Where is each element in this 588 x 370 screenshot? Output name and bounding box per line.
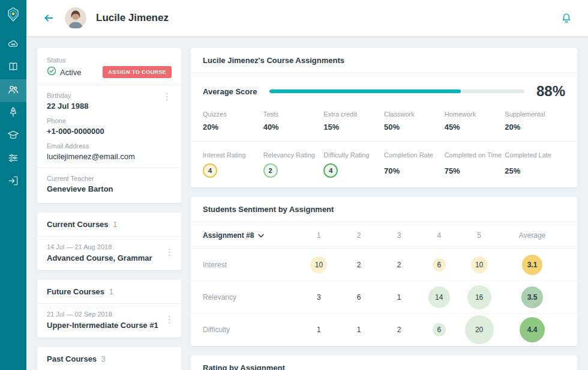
- value-bubble: 1: [352, 323, 365, 336]
- value-bubble: 10: [310, 256, 327, 273]
- field-email: Email Address lucilejimenez@email.com: [47, 142, 172, 161]
- column-header-2: 2: [339, 231, 379, 240]
- students-people-icon: [7, 83, 19, 98]
- course-list-item[interactable]: 14 Jul — 21 Aug 2018 Advanced Course, Gr…: [37, 237, 181, 270]
- assignment-dropdown-label: Assignment #8: [203, 231, 254, 240]
- sidebar-item-students[interactable]: [0, 79, 26, 102]
- current-courses-title: Current Courses: [47, 220, 109, 229]
- stat-relevancy-rating: Relevancy Rating 2: [263, 151, 324, 178]
- stat-value: 15%: [323, 123, 384, 132]
- course-name: Upper-Intermediate Course #1: [47, 321, 172, 330]
- average-score-value: 88%: [536, 83, 565, 100]
- current-courses-card: Current Courses 1 14 Jul — 21 Aug 2018 A…: [37, 213, 181, 270]
- sentiment-title: Students Sentiment by Assignment: [191, 197, 577, 222]
- sentiment-value-cell: 2: [379, 258, 419, 271]
- stat-tests: Tests 40%: [263, 111, 324, 132]
- future-courses-card: Future Courses 1 21 Jul — 02 Sep 2018 Up…: [37, 280, 181, 338]
- value-bubble: 10: [471, 256, 488, 273]
- sentiment-value-cell: 2: [379, 323, 419, 336]
- sentiment-value-cell: 3: [299, 291, 339, 304]
- course-list-item[interactable]: 21 Jul — 02 Sep 2018 Upper-Intermediate …: [37, 304, 181, 338]
- app-logo-icon[interactable]: [0, 0, 26, 29]
- profile-kebab-menu-icon[interactable]: ⋮: [159, 91, 175, 102]
- assignment-dropdown[interactable]: Assignment #8: [203, 231, 299, 240]
- value-bubble: 14: [428, 287, 450, 308]
- field-value: Genevieve Barton: [47, 184, 172, 193]
- stat-interest-rating: Interest Rating 4: [203, 151, 263, 178]
- stat-quizzes: Quizzes 20%: [203, 111, 263, 132]
- stat-value: 40%: [263, 123, 324, 132]
- sidebar-item-school[interactable]: [0, 125, 26, 148]
- stat-extra-credit: Extra credit 15%: [323, 111, 384, 132]
- value-bubble: 2: [352, 258, 365, 271]
- stat-value: 45%: [445, 123, 505, 132]
- average-score-label: Average Score: [203, 87, 257, 96]
- value-bubble: 6: [433, 258, 446, 271]
- course-kebab-menu-icon[interactable]: ⋮: [161, 246, 178, 258]
- sentiment-row-label: Interest: [203, 261, 299, 269]
- stat-homework: Homework 45%: [445, 111, 505, 132]
- value-bubble: 3.5: [521, 287, 543, 308]
- sentiment-row: Relevancy36114163.5: [191, 281, 577, 314]
- left-column: Status Active ASSIGN TO COURSE ⋮ Birthda…: [37, 48, 181, 370]
- stat-difficulty-rating: Difficulty Rating 4: [323, 151, 384, 178]
- sidebar-nav: [0, 34, 26, 193]
- sentiment-value-cell: 14: [419, 287, 459, 308]
- course-dates: 21 Jul — 02 Sep 2018: [47, 311, 172, 318]
- past-courses-card: Past Courses 3: [37, 347, 181, 370]
- course-kebab-menu-icon[interactable]: ⋮: [161, 314, 178, 325]
- current-courses-count: 1: [113, 220, 118, 229]
- stat-label: Completion Rate: [384, 151, 445, 159]
- page-title: Lucile Jimenez: [96, 12, 169, 24]
- sentiment-value-cell: 6: [339, 291, 379, 304]
- field-value: lucilejimenez@email.com: [47, 152, 172, 161]
- sentiment-rows: Interest10226103.1Relevancy36114163.5Dif…: [191, 249, 577, 346]
- field-phone: Phone +1-000-0000000: [47, 117, 172, 136]
- sentiment-value-cell: 1: [339, 323, 379, 336]
- divider: [191, 141, 577, 142]
- sidebar-item-courses[interactable]: [0, 56, 26, 79]
- average-score-fill: [269, 89, 461, 93]
- sidebar-item-community[interactable]: [0, 34, 26, 56]
- stat-label: Homework: [445, 111, 505, 118]
- sentiment-value-cell: 6: [419, 258, 459, 271]
- sentiment-card: Students Sentiment by Assignment Assignm…: [191, 197, 577, 346]
- sidebar-item-logout[interactable]: [0, 171, 26, 193]
- stat-label: Difficulty Rating: [323, 151, 384, 159]
- avatar[interactable]: [65, 7, 86, 29]
- column-header-3: 3: [379, 231, 419, 240]
- sidebar: [0, 0, 26, 370]
- value-bubble: 2: [392, 323, 406, 336]
- header: Lucile Jimenez: [26, 0, 588, 36]
- assign-to-course-button[interactable]: ASSIGN TO COURSE: [103, 66, 172, 78]
- sentiment-value-cell: 10: [299, 256, 339, 273]
- past-courses-count: 3: [101, 355, 106, 363]
- sentiment-average-cell: 3.5: [499, 287, 565, 308]
- stat-value: 20%: [505, 123, 565, 132]
- sentiment-average-cell: 3.1: [499, 255, 565, 275]
- stat-completion-rate: Completion Rate 70%: [384, 151, 445, 178]
- ratings-row: Interest Rating 4 Relevancy Rating 2 Dif…: [203, 151, 565, 178]
- logout-icon: [7, 175, 19, 189]
- back-button[interactable]: [42, 11, 55, 25]
- stat-label: Tests: [263, 111, 324, 118]
- field-label: Birthday: [47, 92, 172, 99]
- value-bubble: 1: [392, 291, 406, 304]
- value-bubble: 16: [467, 285, 491, 309]
- notifications-bell-icon[interactable]: [560, 12, 572, 24]
- sliders-icon: [7, 152, 19, 166]
- stat-label: Classwork: [384, 111, 445, 118]
- graduation-cap-icon: [7, 129, 19, 144]
- stat-value: 70%: [384, 163, 445, 178]
- value-bubble: 4.4: [520, 317, 545, 342]
- value-bubble: 6: [352, 291, 365, 304]
- course-name: Advanced Course, Grammar: [47, 253, 172, 262]
- stat-value: 50%: [384, 123, 445, 132]
- field-label: Email Address: [47, 142, 172, 150]
- book-icon: [7, 61, 19, 75]
- student-profile-card: Status Active ASSIGN TO COURSE ⋮ Birthda…: [37, 48, 181, 203]
- sentiment-row-label: Difficulty: [203, 326, 299, 334]
- sidebar-item-rocket[interactable]: [0, 102, 26, 125]
- community-cloud-icon: [7, 38, 19, 52]
- sidebar-item-filters[interactable]: [0, 148, 26, 171]
